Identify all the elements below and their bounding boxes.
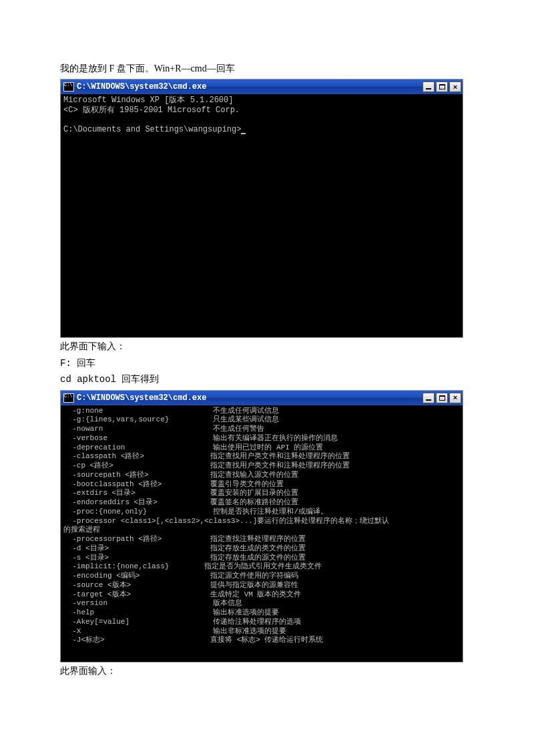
terminal-window-1: C:\WINDOWS\system32\cmd.exe × Microsoft … xyxy=(60,79,463,338)
titlebar-1: C:\WINDOWS\system32\cmd.exe × xyxy=(61,79,463,94)
window-controls-2: × xyxy=(423,393,461,403)
minimize-button[interactable] xyxy=(423,81,435,92)
cursor-icon xyxy=(241,133,246,134)
doc-line-input-label-2: 此界面输入： xyxy=(60,664,474,679)
cmd-icon xyxy=(63,82,74,91)
maximize-button[interactable] xyxy=(436,81,448,92)
minimize-button[interactable] xyxy=(423,393,435,403)
titlebar-text-1: C:\WINDOWS\system32\cmd.exe xyxy=(77,82,423,91)
doc-line-input-label: 此界面下输入： xyxy=(60,339,474,354)
cmd-icon xyxy=(63,393,74,403)
window-controls-1: × xyxy=(423,81,461,92)
terminal-window-2: C:\WINDOWS\system32\cmd.exe × -g:none 不生… xyxy=(60,390,463,663)
terminal-body-2[interactable]: -g:none 不生成任何调试信息 -g:{lines,vars,source}… xyxy=(61,405,463,662)
terminal-output-2: -g:none 不生成任何调试信息 -g:{lines,vars,source}… xyxy=(63,407,389,662)
titlebar-2: C:\WINDOWS\system32\cmd.exe × xyxy=(61,391,463,405)
doc-line-f-enter: F: 回车 xyxy=(60,356,474,371)
doc-line-intro: 我的是放到 F 盘下面。Win+R—cmd—回车 xyxy=(60,61,474,76)
titlebar-text-2: C:\WINDOWS\system32\cmd.exe xyxy=(77,393,423,403)
close-button[interactable]: × xyxy=(449,393,461,403)
maximize-button[interactable] xyxy=(436,393,448,403)
doc-line-cd-apktool: cd apktool 回车得到 xyxy=(60,372,474,387)
terminal-output-1: Microsoft Windows XP [版本 5.1.2600] <C> 版… xyxy=(63,96,241,134)
terminal-body-1[interactable]: Microsoft Windows XP [版本 5.1.2600] <C> 版… xyxy=(61,94,463,337)
close-button[interactable]: × xyxy=(449,81,461,92)
